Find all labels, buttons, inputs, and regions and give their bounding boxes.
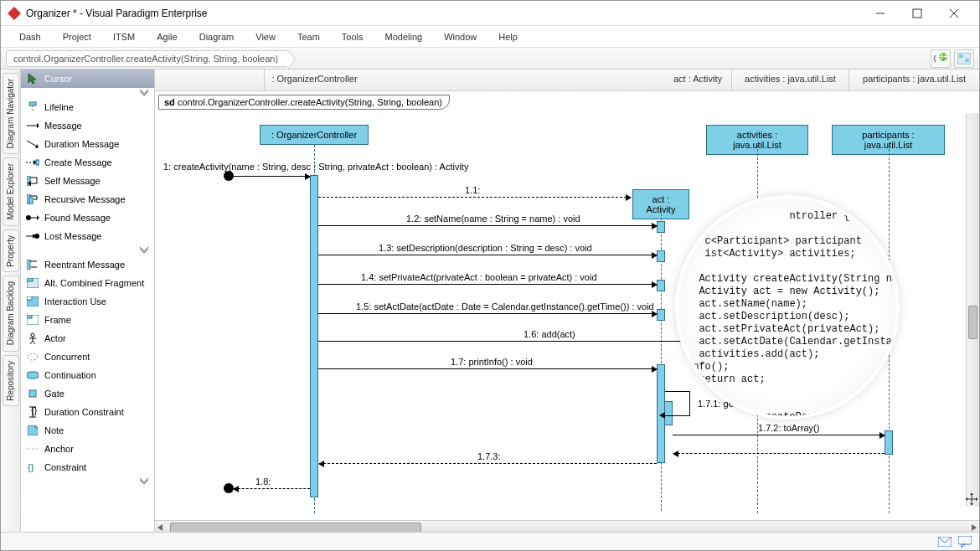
side-tab-diagram-backlog[interactable]: Diagram Backlog bbox=[3, 276, 19, 351]
arrow-m1[interactable] bbox=[234, 176, 310, 177]
arrow-m18[interactable] bbox=[234, 488, 310, 489]
exec-act-1[interactable] bbox=[657, 221, 665, 233]
exec-act-3[interactable] bbox=[657, 280, 665, 291]
chevron-down-icon[interactable] bbox=[139, 90, 149, 96]
mail-icon[interactable] bbox=[937, 535, 952, 548]
vertical-scrollbar[interactable] bbox=[966, 113, 979, 507]
menu-window[interactable]: Window bbox=[444, 32, 477, 42]
palette-concurrent[interactable]: Concurrent bbox=[21, 348, 154, 366]
palette-recursive-message[interactable]: Recursive Message bbox=[21, 190, 154, 209]
menu-project[interactable]: Project bbox=[63, 32, 91, 42]
palette-interaction-use[interactable]: Interaction Use bbox=[21, 292, 154, 311]
exec-act-2[interactable] bbox=[657, 250, 665, 262]
palette-constraint[interactable]: {}Constraint bbox=[21, 458, 154, 476]
svg-rect-32 bbox=[27, 278, 33, 281]
size-grip[interactable] bbox=[966, 493, 977, 505]
lifeline-header-participants[interactable]: participants : java.util.List bbox=[848, 70, 979, 90]
chevron-down-icon[interactable] bbox=[139, 478, 149, 485]
palette-actor[interactable]: Actor bbox=[21, 329, 154, 348]
palette-alt-combined-fragment[interactable]: Alt. Combined Fragment bbox=[21, 274, 154, 292]
svg-marker-63 bbox=[962, 544, 965, 548]
palette-continuation[interactable]: Continuation bbox=[21, 366, 154, 384]
scroll-right-icon[interactable] bbox=[967, 523, 979, 533]
menu-diagram[interactable]: Diagram bbox=[199, 32, 235, 42]
app-logo-icon bbox=[8, 7, 21, 20]
menu-view[interactable]: View bbox=[255, 32, 276, 42]
side-tab-model-explorer[interactable]: Model Explorer bbox=[3, 157, 19, 225]
self-arrow-m171[interactable] bbox=[665, 391, 690, 416]
exec-participants[interactable] bbox=[885, 430, 893, 455]
svg-rect-23 bbox=[29, 198, 33, 204]
palette-gate[interactable]: Gate bbox=[21, 384, 154, 403]
horizontal-scroll-thumb[interactable] bbox=[170, 523, 421, 533]
arrow-m12[interactable] bbox=[318, 225, 657, 226]
palette-duration-constraint[interactable]: {}Duration Constraint bbox=[21, 403, 154, 421]
found-message-origin bbox=[224, 171, 234, 181]
side-tab-diagram-navigator[interactable]: Diagram Navigator bbox=[3, 73, 19, 154]
palette-lost-message[interactable]: Lost Message bbox=[21, 227, 154, 245]
lifeline-header-activities[interactable]: activities : java.util.List bbox=[731, 70, 848, 90]
palette-frame[interactable]: Frame bbox=[21, 311, 154, 329]
menu-team[interactable]: Team bbox=[297, 32, 320, 42]
menu-itsm[interactable]: ITSM bbox=[113, 32, 135, 42]
sd-frame-label[interactable]: sd control.OrganizerController.createAct… bbox=[158, 95, 450, 110]
arrow-m172-return[interactable] bbox=[673, 453, 885, 454]
arrow-m17[interactable] bbox=[318, 368, 657, 369]
lifeline-header-controller[interactable]: : OrganizerController bbox=[264, 70, 364, 90]
palette-duration-message[interactable]: Duration Message bbox=[21, 135, 154, 153]
menu-tools[interactable]: Tools bbox=[342, 32, 364, 42]
palette-reentrant-message[interactable]: Reentrant Message bbox=[21, 255, 154, 274]
speech-bubble-icon[interactable] bbox=[957, 535, 972, 548]
arrow-m14[interactable] bbox=[318, 284, 657, 285]
chevron-down-icon[interactable] bbox=[139, 247, 149, 254]
palette-cursor[interactable]: Cursor bbox=[21, 70, 154, 88]
arrow-m15[interactable] bbox=[318, 313, 657, 314]
exec-controller[interactable] bbox=[310, 175, 318, 497]
close-button[interactable] bbox=[936, 2, 972, 25]
menu-agile[interactable]: Agile bbox=[157, 32, 177, 42]
arrow-m13[interactable] bbox=[318, 255, 657, 255]
palette-message[interactable]: Message bbox=[21, 116, 154, 135]
toolbar-open-diagram-button[interactable] bbox=[954, 49, 974, 68]
palette-found-message[interactable]: Found Message bbox=[21, 209, 154, 227]
arrow-m173[interactable] bbox=[319, 463, 657, 464]
lifeline-header-act[interactable]: act : Activity bbox=[664, 70, 731, 90]
svg-rect-34 bbox=[27, 296, 32, 300]
lifeline-header-blank[interactable] bbox=[155, 70, 264, 90]
side-tab-repository[interactable]: Repository bbox=[3, 355, 19, 407]
menu-help[interactable]: Help bbox=[498, 32, 518, 42]
menu-modeling[interactable]: Modeling bbox=[385, 32, 423, 42]
exec-act-4[interactable] bbox=[657, 309, 665, 321]
arrow-m172[interactable] bbox=[673, 435, 885, 435]
svg-line-40 bbox=[30, 341, 33, 344]
menubar: Dash Project ITSM Agile Diagram View Tea… bbox=[1, 26, 979, 48]
minimize-button[interactable] bbox=[862, 2, 899, 25]
svg-rect-43 bbox=[27, 372, 39, 378]
maximize-button[interactable] bbox=[899, 2, 936, 25]
palette-anchor[interactable]: Anchor bbox=[21, 440, 154, 458]
menu-dash[interactable]: Dash bbox=[19, 32, 41, 42]
palette-self-message[interactable]: Self Message bbox=[21, 172, 154, 190]
svg-marker-26 bbox=[37, 215, 39, 220]
vertical-scroll-thumb[interactable] bbox=[968, 306, 977, 339]
breadcrumb[interactable]: control.OrganizerController.createActivi… bbox=[6, 50, 289, 67]
palette-note[interactable]: Note bbox=[21, 421, 154, 440]
svg-line-41 bbox=[33, 341, 35, 344]
palette-create-message[interactable]: Create Message bbox=[21, 153, 154, 172]
svg-text:{}: {} bbox=[28, 462, 34, 472]
interaction-use-icon bbox=[26, 295, 39, 308]
side-tab-property[interactable]: Property bbox=[3, 229, 19, 273]
side-tab-strip: Diagram Navigator Model Explorer Propert… bbox=[1, 70, 21, 533]
svg-marker-59 bbox=[157, 524, 162, 531]
lifeline-controller[interactable]: : OrganizerController bbox=[260, 125, 369, 145]
diagram-canvas[interactable]: sd control.OrganizerController.createAct… bbox=[155, 91, 979, 520]
duration-constraint-icon: {} bbox=[26, 405, 39, 419]
lost-message-icon bbox=[26, 229, 39, 243]
svg-rect-8 bbox=[959, 54, 963, 58]
arrow-m11[interactable] bbox=[318, 197, 631, 198]
scroll-left-icon[interactable] bbox=[155, 523, 167, 533]
toolbar-share-button[interactable]: 9+ bbox=[931, 49, 951, 68]
palette-lifeline[interactable]: Lifeline bbox=[21, 98, 154, 116]
label-m13: 1.3: setDescription(description : String… bbox=[379, 243, 592, 253]
message-icon bbox=[26, 119, 39, 132]
